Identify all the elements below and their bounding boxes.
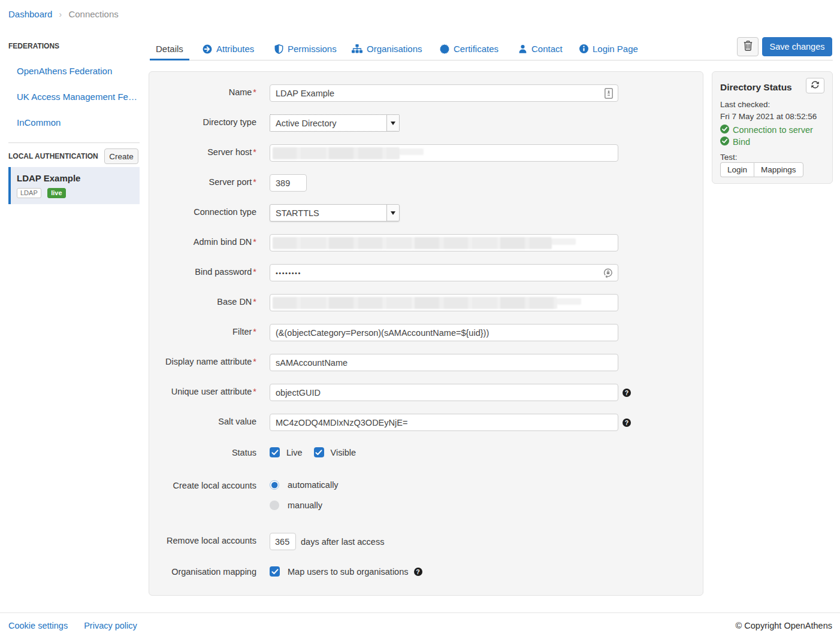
tab-certificates-label: Certificates xyxy=(454,44,498,54)
details-form-card: Name* LDAP Example Directory type Active… xyxy=(149,71,703,596)
breadcrumb-separator-icon: › xyxy=(59,10,62,19)
create-button[interactable]: Create xyxy=(104,148,138,164)
base-dn-input[interactable] xyxy=(270,294,618,311)
federation-link-openathens[interactable]: OpenAthens Federation xyxy=(17,66,112,76)
create-local-accounts-label: Create local accounts xyxy=(149,481,256,490)
footer: Cookie settings Privacy policy © Copyrig… xyxy=(0,612,840,643)
check-bind-label: Bind xyxy=(733,137,750,147)
delete-button[interactable] xyxy=(737,37,759,56)
admin-bind-dn-input[interactable] xyxy=(270,234,618,251)
check-circle-icon xyxy=(720,125,729,135)
connection-live-badge: live xyxy=(47,188,65,198)
display-name-attribute-input[interactable]: sAMAccountName xyxy=(270,354,618,371)
help-icon[interactable]: ? xyxy=(414,568,422,576)
map-users-checkbox[interactable] xyxy=(270,566,280,577)
tab-permissions[interactable]: Permissions xyxy=(274,37,337,60)
redacted-value xyxy=(273,147,400,159)
bind-password-value: •••••••• xyxy=(276,269,301,277)
privacy-policy-link[interactable]: Privacy policy xyxy=(84,621,137,630)
redacted-value xyxy=(273,297,557,309)
select-arrow-icon xyxy=(386,115,399,131)
tab-certificates[interactable]: Certificates xyxy=(440,37,498,60)
cookie-settings-link[interactable]: Cookie settings xyxy=(8,621,68,630)
server-host-input[interactable] xyxy=(270,144,618,162)
federation-item: OpenAthens Federation xyxy=(8,58,140,84)
remove-local-accounts-input[interactable]: 365 xyxy=(270,533,296,550)
federation-link-incommon[interactable]: InCommon xyxy=(17,117,61,128)
tab-login-page[interactable]: Login Page xyxy=(579,37,638,60)
tab-details-label: Details xyxy=(156,44,183,54)
federations-heading: FEDERATIONS xyxy=(8,42,140,50)
unique-user-attribute-value: objectGUID xyxy=(276,388,321,398)
remove-local-accounts-label: Remove local accounts xyxy=(149,536,256,545)
server-port-label: Server port* xyxy=(149,177,256,187)
tab-permissions-label: Permissions xyxy=(288,44,337,54)
test-login-button[interactable]: Login xyxy=(720,162,754,177)
breadcrumb-dashboard-link[interactable]: Dashboard xyxy=(8,9,52,19)
person-icon xyxy=(518,44,527,53)
salt-value-value: MC4zODQ4MDIxNzQ3ODEyNjE= xyxy=(276,418,407,427)
contact-card-icon xyxy=(605,88,613,101)
directory-type-label: Directory type xyxy=(149,117,256,127)
bind-password-input[interactable]: •••••••• xyxy=(270,264,618,281)
unique-user-attribute-input[interactable]: objectGUID xyxy=(270,384,618,401)
sidebar-divider xyxy=(8,142,140,143)
tab-attributes-label: Attributes xyxy=(216,44,254,54)
check-circle-icon xyxy=(720,137,729,147)
filter-input[interactable]: (&(objectCategory=Person)(sAMAccountName… xyxy=(270,324,618,341)
server-host-label: Server host* xyxy=(149,147,256,157)
help-icon[interactable]: ? xyxy=(623,389,631,397)
display-name-attribute-value: sAMAccountName xyxy=(276,358,348,368)
bind-password-label: Bind password* xyxy=(149,267,256,277)
save-changes-button[interactable]: Save changes xyxy=(762,37,832,56)
certificate-seal-icon xyxy=(440,44,449,54)
admin-bind-dn-label: Admin bind DN* xyxy=(149,237,256,247)
tab-organisations[interactable]: Organisations xyxy=(352,37,422,60)
connection-name: LDAP Example xyxy=(17,173,140,183)
copyright-text: © Copyright OpenAthens xyxy=(736,621,832,630)
directory-type-select[interactable]: Active Directory xyxy=(270,114,400,132)
breadcrumb: Dashboard › Connections xyxy=(8,9,119,19)
server-port-input[interactable]: 389 xyxy=(270,174,307,192)
last-checked-label: Last checked: xyxy=(720,100,824,109)
sidebar-item-ldap-example[interactable]: LDAP Example LDAP live xyxy=(8,167,140,204)
federation-link-uk-access[interactable]: UK Access Management Fe… xyxy=(17,92,137,102)
page: Dashboard › Connections FEDERATIONS Open… xyxy=(0,0,840,643)
tab-contact[interactable]: Contact xyxy=(518,37,563,60)
connection-type-value: STARTTLS xyxy=(270,208,319,218)
test-button-group: Login Mappings xyxy=(720,162,824,177)
password-key-icon xyxy=(603,268,613,280)
display-name-attribute-label: Display name attribute* xyxy=(149,357,256,366)
live-checkbox-label: Live xyxy=(286,448,303,457)
last-checked-value: Fri 7 May 2021 at 08:52:56 xyxy=(720,112,824,121)
salt-value-label: Salt value xyxy=(149,417,256,426)
live-checkbox[interactable] xyxy=(270,447,280,457)
check-bind-row: Bind xyxy=(720,137,824,147)
directory-type-value: Active Directory xyxy=(270,119,337,128)
visible-checkbox[interactable] xyxy=(314,447,324,457)
filter-label: Filter* xyxy=(149,327,256,336)
name-value: LDAP Example xyxy=(276,89,334,98)
connection-type-badge: LDAP xyxy=(17,188,41,198)
automatically-radio[interactable] xyxy=(270,480,279,490)
manually-radio[interactable] xyxy=(270,501,279,510)
connection-type-label: Connection type xyxy=(149,207,256,217)
directory-status-panel: Directory Status Last checked: Fri 7 May… xyxy=(712,71,833,184)
federation-item: InCommon xyxy=(8,110,140,135)
tab-contact-label: Contact xyxy=(531,44,563,54)
select-arrow-icon xyxy=(386,205,399,221)
redacted-value xyxy=(273,237,552,249)
info-circle-icon xyxy=(579,44,588,53)
salt-value-input[interactable]: MC4zODQ4MDIxNzQ3ODEyNjE= xyxy=(270,414,618,431)
shield-icon xyxy=(274,44,283,54)
automatically-radio-label: automatically xyxy=(288,480,339,490)
help-icon[interactable]: ? xyxy=(623,418,631,427)
tab-details[interactable]: Details xyxy=(156,37,183,60)
sitemap-icon xyxy=(352,44,362,53)
connection-type-select[interactable]: STARTTLS xyxy=(270,204,400,222)
test-mappings-button[interactable]: Mappings xyxy=(754,162,803,177)
tab-attributes[interactable]: Attributes xyxy=(203,37,254,60)
refresh-button[interactable] xyxy=(806,78,824,93)
name-input[interactable]: LDAP Example xyxy=(270,84,618,102)
federation-list: OpenAthens Federation UK Access Manageme… xyxy=(8,58,140,135)
